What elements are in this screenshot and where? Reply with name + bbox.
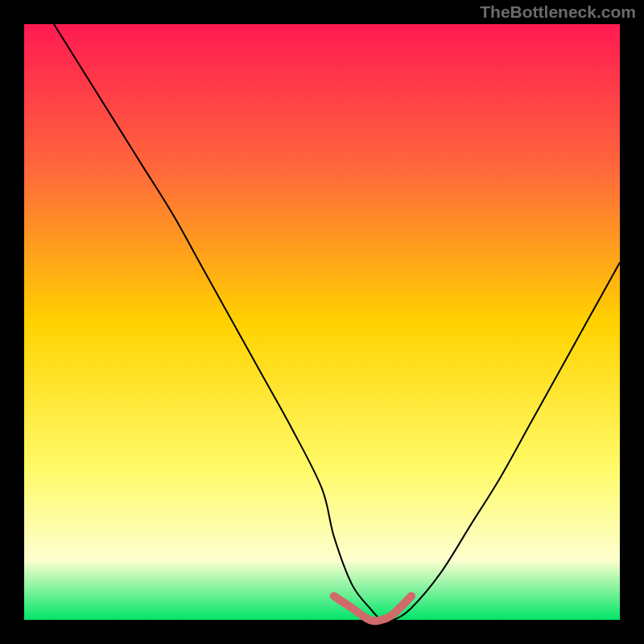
bottleneck-chart: TheBottleneck.com <box>0 0 644 644</box>
plot-background <box>24 24 620 620</box>
watermark: TheBottleneck.com <box>480 2 636 21</box>
